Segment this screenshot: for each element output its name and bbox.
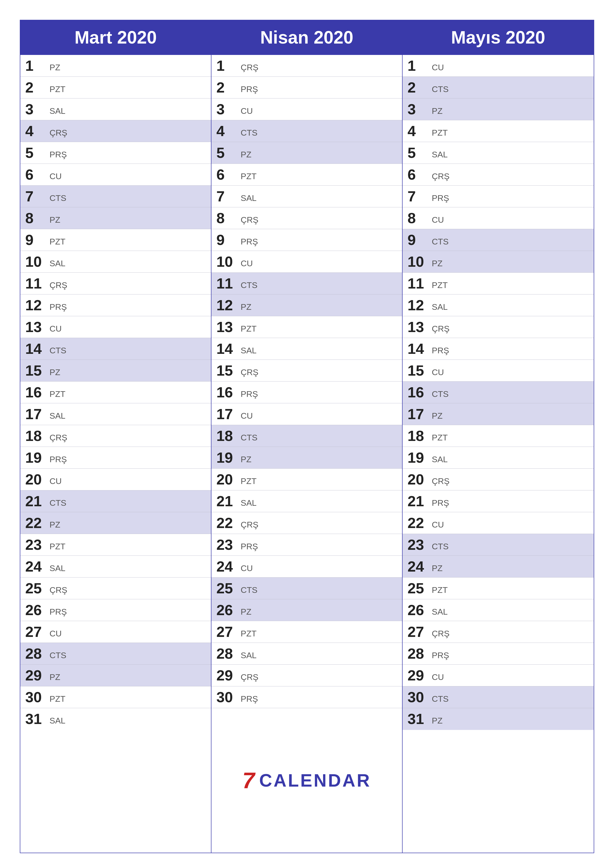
day-number: 12 bbox=[25, 298, 48, 313]
day-name: ÇRŞ bbox=[432, 324, 449, 335]
day-number: 18 bbox=[407, 429, 430, 443]
day-number: 27 bbox=[407, 625, 430, 639]
day-row: 27PZT bbox=[211, 621, 402, 643]
day-row: 22CU bbox=[403, 512, 594, 534]
day-name: CTS bbox=[50, 193, 66, 204]
day-name: PRŞ bbox=[432, 498, 449, 509]
day-row: 31PZ bbox=[403, 708, 594, 730]
day-name: ÇRŞ bbox=[50, 585, 67, 596]
day-number: 2 bbox=[216, 80, 239, 95]
day-number: 26 bbox=[216, 603, 239, 618]
day-number: 17 bbox=[216, 407, 239, 422]
day-number: 6 bbox=[216, 167, 239, 182]
day-row: 12PRŞ bbox=[20, 294, 211, 316]
day-row: 15CU bbox=[403, 360, 594, 381]
day-row: 14SAL bbox=[211, 338, 402, 360]
day-name: PZ bbox=[432, 411, 442, 422]
day-name: PZT bbox=[50, 237, 65, 248]
day-name: PZ bbox=[50, 367, 60, 378]
day-name: SAL bbox=[50, 563, 65, 574]
day-number: 29 bbox=[407, 668, 430, 683]
day-name: PRŞ bbox=[50, 150, 67, 160]
day-number: 11 bbox=[216, 276, 239, 291]
day-row: 24PZ bbox=[403, 556, 594, 578]
day-name: CU bbox=[241, 106, 253, 117]
day-row: 14CTS bbox=[20, 338, 211, 360]
day-number: 3 bbox=[407, 102, 430, 117]
day-row: 23CTS bbox=[403, 534, 594, 556]
day-name: CTS bbox=[432, 694, 449, 705]
day-name: PZ bbox=[241, 150, 251, 160]
day-name: ÇRŞ bbox=[432, 172, 449, 182]
day-number: 8 bbox=[216, 211, 239, 226]
day-name: CU bbox=[241, 411, 253, 422]
day-number: 3 bbox=[25, 102, 48, 117]
day-row: 31SAL bbox=[20, 708, 211, 730]
day-row: 19SAL bbox=[403, 447, 594, 469]
day-name: ÇRŞ bbox=[50, 128, 67, 139]
day-name: CTS bbox=[241, 585, 258, 596]
day-number: 27 bbox=[216, 625, 239, 639]
day-number: 1 bbox=[216, 58, 239, 73]
day-number: 23 bbox=[25, 538, 48, 552]
day-row: 27CU bbox=[20, 621, 211, 643]
day-name: ÇRŞ bbox=[241, 63, 258, 73]
day-number: 12 bbox=[216, 298, 239, 313]
day-row: 24SAL bbox=[20, 556, 211, 578]
day-row: 21SAL bbox=[211, 490, 402, 512]
month-header-1: Nisan 2020 bbox=[211, 20, 402, 55]
day-row: 29ÇRŞ bbox=[211, 665, 402, 687]
day-name: CU bbox=[432, 672, 444, 683]
day-number: 3 bbox=[216, 102, 239, 117]
day-number: 15 bbox=[25, 363, 48, 378]
day-number: 10 bbox=[407, 254, 430, 269]
day-name: PZ bbox=[432, 563, 442, 574]
day-number: 4 bbox=[216, 124, 239, 139]
day-row: 2CTS bbox=[403, 77, 594, 98]
day-number: 22 bbox=[25, 516, 48, 530]
month-header-2: Mayıs 2020 bbox=[403, 20, 594, 55]
day-row: 19PZ bbox=[211, 447, 402, 469]
day-name: SAL bbox=[241, 498, 256, 509]
day-name: PZ bbox=[432, 106, 442, 117]
day-name: PZ bbox=[50, 63, 60, 73]
day-name: PZT bbox=[432, 128, 448, 139]
day-row: 28CTS bbox=[20, 643, 211, 665]
day-name: PRŞ bbox=[432, 193, 449, 204]
day-name: PZT bbox=[241, 629, 256, 639]
day-number: 23 bbox=[407, 538, 430, 552]
day-name: PRŞ bbox=[241, 389, 258, 400]
day-name: PRŞ bbox=[241, 237, 258, 248]
day-number: 20 bbox=[407, 472, 430, 487]
day-row: 6PZT bbox=[211, 164, 402, 186]
day-row: 21PRŞ bbox=[403, 490, 594, 512]
day-number: 30 bbox=[216, 690, 239, 705]
day-number: 31 bbox=[407, 711, 430, 727]
day-number: 21 bbox=[25, 494, 48, 509]
day-name: SAL bbox=[432, 150, 448, 160]
day-name: ÇRŞ bbox=[241, 215, 258, 226]
day-number: 5 bbox=[25, 146, 48, 160]
day-name: ÇRŞ bbox=[432, 476, 449, 487]
day-number: 20 bbox=[25, 472, 48, 487]
day-number: 24 bbox=[25, 559, 48, 574]
day-name: PZ bbox=[432, 716, 442, 727]
day-row: 20PZT bbox=[211, 469, 402, 490]
day-row: 2PRŞ bbox=[211, 77, 402, 98]
day-name: PZ bbox=[50, 215, 60, 226]
month-col-1: Nisan 20201ÇRŞ2PRŞ3CU4CTS5PZ6PZT7SAL8ÇRŞ… bbox=[211, 20, 403, 852]
day-row: 6CU bbox=[20, 164, 211, 186]
day-number: 1 bbox=[407, 58, 430, 73]
day-name: PZT bbox=[241, 476, 256, 487]
day-row: 28SAL bbox=[211, 643, 402, 665]
day-row: 7PRŞ bbox=[403, 186, 594, 207]
day-row: 16CTS bbox=[403, 381, 594, 403]
day-number: 13 bbox=[25, 320, 48, 335]
day-number: 29 bbox=[25, 668, 48, 683]
day-name: SAL bbox=[432, 607, 448, 618]
day-row: 9PZT bbox=[20, 229, 211, 251]
day-number: 9 bbox=[407, 232, 430, 248]
day-name: ÇRŞ bbox=[241, 520, 258, 530]
day-row: 13CU bbox=[20, 316, 211, 338]
day-number: 12 bbox=[407, 298, 430, 313]
